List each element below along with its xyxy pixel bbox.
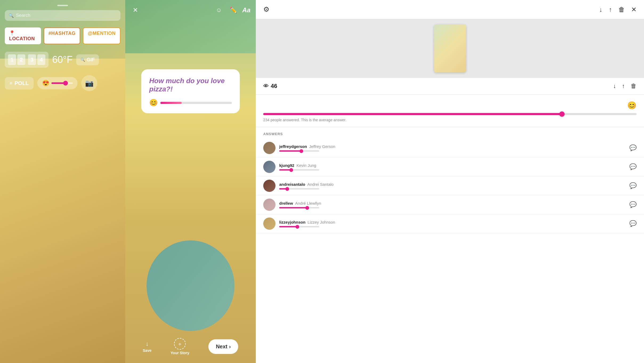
answer-slider	[279, 169, 626, 171]
reply-icon[interactable]: 💬	[629, 182, 637, 189]
slider-track	[51, 82, 73, 84]
stats-row: 👁 46 ↓ ↑ 🗑	[256, 78, 644, 95]
emoji-slider-widget[interactable]: 😍	[37, 77, 78, 89]
avatar	[263, 161, 276, 173]
bottom-widgets-row: ≡ POLL 😍 📷	[5, 75, 120, 91]
clock-digit-1: 1	[8, 54, 16, 65]
eye-icon: 👁	[263, 83, 269, 89]
camera-widget[interactable]: 📷	[81, 75, 97, 91]
mention-sticker[interactable]: @MENTION	[83, 27, 120, 44]
user-info: jeffreydgerson Jeffrey Gerson	[279, 144, 626, 152]
username-row: kjung92 Kevin Jung	[279, 163, 626, 168]
your-story-button[interactable]: ＋ Your Story	[171, 338, 189, 355]
answer-track	[279, 150, 319, 152]
share-button[interactable]: ↑	[609, 6, 612, 13]
answer-row: drellew André Llewllyn 💬	[256, 195, 644, 214]
views-count: 👁 46	[263, 83, 277, 90]
download-arrow-icon: ↓	[146, 340, 149, 347]
reply-icon[interactable]: 💬	[629, 220, 637, 227]
clock-widget[interactable]: 1 2 3 4	[5, 52, 48, 68]
settings-icon[interactable]: ⚙	[263, 5, 269, 14]
sticker-badges-row: 📍LOCATION #HASHTAG @MENTION	[5, 27, 120, 44]
hashtag-sticker[interactable]: #HASHTAG	[44, 27, 80, 44]
answers-header: ANSWERS	[256, 127, 644, 139]
action-icons: ↓ ↑ 🗑	[613, 83, 637, 90]
location-sticker[interactable]: 📍LOCATION	[5, 27, 41, 44]
draw-button[interactable]: ✏️	[228, 5, 238, 15]
poll-label: POLL	[15, 80, 29, 86]
download-icon[interactable]: ↓	[613, 83, 616, 90]
username-row: drellew André Llewllyn	[279, 201, 626, 205]
panel2-topbar: ✕ ☺ ✏️ Aa	[125, 5, 256, 15]
result-fill	[263, 113, 562, 115]
share-icon[interactable]: ↑	[622, 83, 625, 90]
answer-fill	[279, 226, 297, 227]
answer-row: jeffreydgerson Jeffrey Gerson 💬	[256, 139, 644, 158]
slider-bar[interactable]: 😊	[149, 99, 232, 107]
username-row: jeffreydgerson Jeffrey Gerson	[279, 144, 626, 149]
chevron-right-icon: ›	[229, 344, 231, 350]
answer-fill	[279, 150, 301, 152]
slider-track	[160, 102, 232, 104]
display-name: André Llewllyn	[295, 201, 321, 205]
search-bar[interactable]: 🔍 Search	[5, 10, 120, 21]
panel2-bottom-bar: ↓ Save ＋ Your Story Next ›	[125, 338, 256, 355]
answer-track	[279, 169, 319, 171]
search-icon: 🔍	[9, 13, 14, 18]
answer-thumb	[305, 206, 309, 210]
drag-indicator[interactable]	[57, 5, 68, 6]
user-info: kjung92 Kevin Jung	[279, 163, 626, 171]
next-label: Next	[216, 344, 227, 350]
answer-thumb	[289, 168, 293, 172]
result-summary-text: 234 people answered. This is the average…	[263, 118, 637, 122]
answers-list: jeffreydgerson Jeffrey Gerson 💬 kjung92 …	[256, 139, 644, 233]
story-label: Your Story	[171, 351, 189, 355]
pencil-icon: ✏️	[230, 7, 237, 14]
sticker-button[interactable]: ☺	[213, 5, 224, 15]
delete-icon[interactable]: 🗑	[631, 83, 637, 90]
reply-icon[interactable]: 💬	[629, 163, 637, 170]
save-button[interactable]: ↓ Save	[143, 340, 152, 353]
slider-question-widget: How much do you love pizza?! 😊	[141, 69, 240, 113]
next-button[interactable]: Next ›	[208, 339, 238, 354]
camera-icon: 📷	[85, 79, 94, 87]
answers-section: ANSWERS jeffreydgerson Jeffrey Gerson 💬 …	[256, 127, 644, 363]
username: kjung92	[279, 163, 294, 168]
answer-row: kjung92 Kevin Jung 💬	[256, 158, 644, 176]
username: drellew	[279, 201, 293, 205]
answer-slider	[279, 207, 626, 208]
answer-fill	[279, 207, 307, 208]
reply-icon[interactable]: 💬	[629, 201, 637, 208]
story-preview-area	[256, 19, 644, 78]
delete-button[interactable]: 🗑	[618, 6, 625, 13]
pizza-plate-bg	[147, 240, 234, 331]
gif-search-icon: 🔍	[80, 58, 85, 62]
poll-widget[interactable]: ≡ POLL	[5, 77, 34, 90]
reply-icon[interactable]: 💬	[629, 144, 637, 151]
view-number: 46	[271, 83, 277, 90]
analytics-topbar: ⚙ ↓ ↑ 🗑 ✕	[256, 0, 644, 19]
slider-emoji: 😍	[42, 80, 49, 87]
answer-thumb	[299, 149, 303, 153]
answer-thumb	[295, 225, 299, 229]
download-button[interactable]: ↓	[599, 6, 602, 13]
sticker-face-icon: ☺	[216, 7, 222, 14]
slider-fill	[160, 102, 182, 104]
display-name: Kevin Jung	[297, 163, 316, 168]
user-info: drellew André Llewllyn	[279, 201, 626, 208]
poll-result-section: 😊 234 people answered. This is the avera…	[256, 95, 644, 127]
panel1-content: 🔍 Search 📍LOCATION #HASHTAG @MENTION 1 2…	[0, 0, 125, 363]
text-button[interactable]: Aa	[242, 6, 250, 14]
topbar-right-icons: ☺ ✏️ Aa	[213, 5, 250, 15]
poll-icon: ≡	[10, 80, 13, 86]
avatar	[263, 199, 276, 211]
gif-label: GIF	[87, 57, 95, 63]
story-preview-thumbnail	[434, 25, 466, 72]
gif-widget[interactable]: 🔍 GIF	[76, 54, 99, 65]
user-info: lizzeyjohnson Lizzey Johnson	[279, 220, 626, 227]
close-button[interactable]: ✕	[131, 5, 140, 15]
close-button[interactable]: ✕	[631, 6, 637, 13]
temperature-widget[interactable]: 60°F	[52, 54, 72, 65]
avatar	[263, 180, 276, 192]
widgets-row: 1 2 3 4 60°F 🔍 GIF	[5, 52, 120, 68]
